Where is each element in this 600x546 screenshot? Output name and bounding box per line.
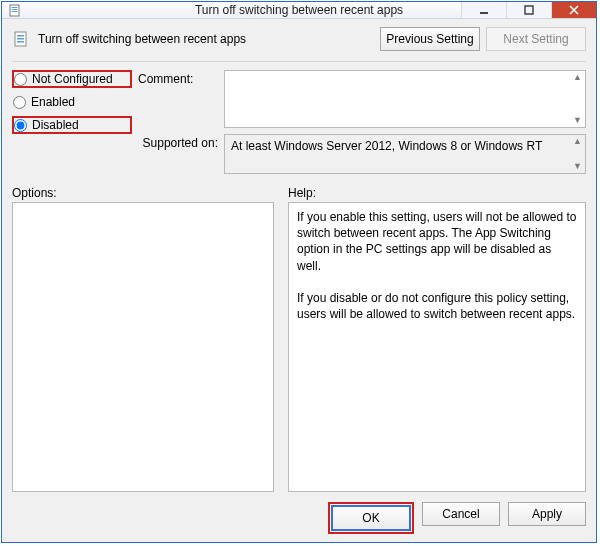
radio-enabled-input[interactable] bbox=[13, 96, 26, 109]
next-setting-button: Next Setting bbox=[486, 27, 586, 51]
panels: If you enable this setting, users will n… bbox=[12, 202, 586, 492]
apply-button[interactable]: Apply bbox=[508, 502, 586, 526]
supported-label: Supported on: bbox=[138, 134, 218, 150]
help-panel[interactable]: If you enable this setting, users will n… bbox=[288, 202, 586, 492]
svg-rect-2 bbox=[12, 9, 18, 10]
previous-setting-label: Previous Setting bbox=[386, 32, 473, 46]
comment-scroll[interactable]: ▲▼ bbox=[571, 71, 585, 127]
policy-dialog: Turn off switching between recent apps bbox=[1, 1, 597, 543]
app-icon bbox=[8, 2, 24, 18]
radio-disabled[interactable]: Disabled bbox=[12, 116, 132, 134]
ok-button-label: OK bbox=[362, 511, 379, 525]
maximize-button[interactable] bbox=[506, 2, 551, 18]
comment-field[interactable]: ▲▼ bbox=[224, 70, 586, 128]
radio-disabled-input[interactable] bbox=[14, 119, 27, 132]
svg-rect-4 bbox=[480, 12, 488, 14]
policy-icon bbox=[12, 29, 32, 49]
divider bbox=[12, 61, 586, 62]
radio-not-configured[interactable]: Not Configured bbox=[12, 70, 132, 88]
radio-not-configured-label: Not Configured bbox=[32, 72, 113, 86]
svg-rect-9 bbox=[17, 41, 24, 43]
apply-button-label: Apply bbox=[532, 507, 562, 521]
svg-rect-0 bbox=[10, 5, 19, 16]
help-paragraph-1: If you enable this setting, users will n… bbox=[297, 209, 577, 274]
window-controls bbox=[461, 2, 596, 18]
form-area: Not Configured Enabled Disabled Comment:… bbox=[12, 70, 586, 174]
button-bar: OK Cancel Apply bbox=[12, 502, 586, 534]
svg-rect-3 bbox=[12, 11, 18, 12]
radio-not-configured-input[interactable] bbox=[14, 73, 27, 86]
svg-rect-7 bbox=[17, 35, 24, 37]
close-button[interactable] bbox=[551, 2, 596, 18]
radio-disabled-label: Disabled bbox=[32, 118, 79, 132]
cancel-button-label: Cancel bbox=[442, 507, 479, 521]
supported-field: At least Windows Server 2012, Windows 8 … bbox=[224, 134, 586, 174]
radio-enabled-label: Enabled bbox=[31, 95, 75, 109]
help-label: Help: bbox=[288, 186, 316, 200]
next-setting-label: Next Setting bbox=[503, 32, 568, 46]
supported-scroll[interactable]: ▲▼ bbox=[571, 135, 585, 173]
previous-setting-button[interactable]: Previous Setting bbox=[380, 27, 480, 51]
svg-rect-8 bbox=[17, 38, 24, 40]
help-paragraph-2: If you disable or do not configure this … bbox=[297, 290, 577, 322]
svg-rect-5 bbox=[525, 6, 533, 14]
options-panel[interactable] bbox=[12, 202, 274, 492]
page-title: Turn off switching between recent apps bbox=[38, 32, 374, 46]
comment-label: Comment: bbox=[138, 70, 218, 86]
client-area: Turn off switching between recent apps P… bbox=[2, 19, 596, 544]
supported-value: At least Windows Server 2012, Windows 8 … bbox=[225, 135, 571, 173]
header-row: Turn off switching between recent apps P… bbox=[12, 27, 586, 51]
ok-highlight: OK bbox=[328, 502, 414, 534]
ok-button[interactable]: OK bbox=[332, 506, 410, 530]
comment-value bbox=[225, 71, 571, 127]
radio-enabled[interactable]: Enabled bbox=[12, 94, 132, 110]
cancel-button[interactable]: Cancel bbox=[422, 502, 500, 526]
titlebar: Turn off switching between recent apps bbox=[2, 2, 596, 19]
svg-rect-1 bbox=[12, 7, 18, 8]
options-label: Options: bbox=[12, 186, 288, 200]
state-radio-group: Not Configured Enabled Disabled bbox=[12, 70, 132, 134]
minimize-button[interactable] bbox=[461, 2, 506, 18]
panel-labels: Options: Help: bbox=[12, 186, 586, 200]
